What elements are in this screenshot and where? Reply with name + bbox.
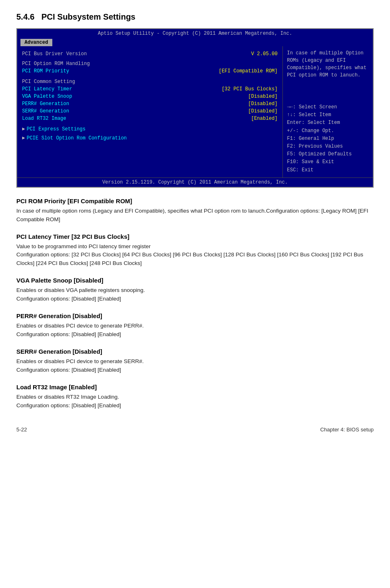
doc-section-pci-latency-timer: PCI Latency Timer [32 PCI Bus Clocks]Val… [16, 233, 374, 268]
bios-footer: Version 2.15.1219. Copyright (C) 2011 Am… [17, 177, 373, 187]
bios-row-load-rt32[interactable]: Load RT32 Image [Enabled] [22, 115, 278, 122]
bios-row-pci-rom-priority[interactable]: PCI ROM Priority [EFI Compatible ROM] [22, 67, 278, 75]
pci-express-arrow: ► [22, 126, 25, 133]
pci-latency-label: PCI Latency Timer [22, 85, 72, 93]
pci-bus-driver-value: V 2.05.00 [251, 50, 278, 58]
bios-row-serr[interactable]: SERR# Generation [Disabled] [22, 108, 278, 115]
pci-rom-priority-value: [EFI Compatible ROM] [219, 67, 278, 75]
bios-row-perr[interactable]: PERR# Generation [Disabled] [22, 100, 278, 108]
doc-section-perr-generation: PERR# Generation [Disabled]Enables or di… [16, 312, 374, 339]
bios-tab-advanced[interactable]: Advanced [20, 39, 52, 46]
vga-palette-label: VGA Palette Snoop [22, 93, 72, 100]
pci-bus-driver-label: PCI Bus Driver Version [22, 50, 87, 58]
serr-value: [Disabled] [248, 108, 278, 115]
doc-body-serr-generation: Enables or disables PCI device to genera… [16, 357, 374, 375]
doc-body-load-rt32-image: Enables or disables RT32 Image Loading.C… [16, 393, 374, 410]
doc-sections: PCI ROM Priority [EFI Compatible ROM]In … [16, 197, 374, 410]
bios-right-panel: In case of multiple Option ROMs (Legacy … [283, 46, 373, 177]
serr-label: SERR# Generation [22, 108, 69, 115]
pci-option-rom-label: PCI Option ROM Handling [22, 61, 90, 67]
doc-section-load-rt32-image: Load RT32 Image [Enabled]Enables or disa… [16, 384, 374, 410]
bios-content-area: PCI Bus Driver Version V 2.05.00 PCI Opt… [17, 46, 373, 177]
bios-row-pci-option-rom: PCI Option ROM Handling [22, 60, 278, 67]
bios-row-pci-bus-driver: PCI Bus Driver Version V 2.05.00 [22, 50, 278, 58]
bios-row-pci-common: PCI Common Setting [22, 78, 278, 85]
load-rt32-value: [Enabled] [251, 115, 278, 122]
bios-header: Aptio Setup Utility - Copyright (C) 2011… [17, 29, 373, 38]
doc-section-pci-rom-priority: PCI ROM Priority [EFI Compatible ROM]In … [16, 197, 374, 224]
doc-body-vga-palette-snoop: Enables or disables VGA pallette registe… [16, 286, 374, 303]
pcie-slot-label: PCIE Slot Option Rom Configuration [27, 135, 127, 142]
footer-chapter: Chapter 4: BIOS setup [320, 426, 374, 433]
load-rt32-label: Load RT32 Image [22, 115, 66, 122]
footer-page-number: 5-22 [16, 426, 27, 433]
doc-body-perr-generation: Enables or disables PCI device to genera… [16, 322, 374, 339]
bios-row-pci-latency[interactable]: PCI Latency Timer [32 PCI Bus Clocks] [22, 85, 278, 93]
bios-navigation-help: →←: Select Screen ↑↓: Select Item Enter:… [287, 103, 369, 174]
pci-express-label: PCI Express Settings [27, 126, 85, 133]
page-footer: 5-22 Chapter 4: BIOS setup [16, 426, 374, 433]
page-title: 5.4.6 PCI Subsystem Settings [16, 12, 374, 22]
pcie-slot-arrow: ► [22, 135, 25, 142]
pci-rom-priority-label: PCI ROM Priority [22, 67, 69, 75]
bios-tab-bar: Advanced [17, 38, 373, 46]
doc-body-pci-latency-timer: Value to be programmed into PCI latency … [16, 242, 374, 268]
bios-row-pcie-slot[interactable]: ► PCIE Slot Option Rom Configuration [22, 135, 278, 142]
pci-latency-value: [32 PCI Bus Clocks] [222, 85, 278, 93]
vga-palette-value: [Disabled] [248, 93, 278, 100]
pci-common-label: PCI Common Setting [22, 79, 75, 85]
doc-section-vga-palette-snoop: VGA Palette Snoop [Disabled]Enables or d… [16, 277, 374, 303]
doc-title-vga-palette-snoop: VGA Palette Snoop [Disabled] [16, 277, 374, 284]
doc-section-serr-generation: SERR# Generation [Disabled]Enables or di… [16, 348, 374, 375]
bios-left-panel: PCI Bus Driver Version V 2.05.00 PCI Opt… [17, 46, 283, 177]
bios-row-vga-palette[interactable]: VGA Palette Snoop [Disabled] [22, 93, 278, 100]
bios-terminal: Aptio Setup Utility - Copyright (C) 2011… [16, 28, 374, 188]
doc-body-pci-rom-priority: In case of multiple option roms (Legacy … [16, 207, 374, 224]
doc-title-serr-generation: SERR# Generation [Disabled] [16, 348, 374, 355]
doc-title-perr-generation: PERR# Generation [Disabled] [16, 312, 374, 319]
perr-label: PERR# Generation [22, 100, 69, 108]
bios-row-pci-express[interactable]: ► PCI Express Settings [22, 126, 278, 133]
doc-title-load-rt32-image: Load RT32 Image [Enabled] [16, 384, 374, 391]
doc-title-pci-latency-timer: PCI Latency Timer [32 PCI Bus Clocks] [16, 233, 374, 240]
perr-value: [Disabled] [248, 100, 278, 108]
doc-title-pci-rom-priority: PCI ROM Priority [EFI Compatible ROM] [16, 197, 374, 204]
bios-help-text: In case of multiple Option ROMs (Legacy … [287, 49, 369, 79]
